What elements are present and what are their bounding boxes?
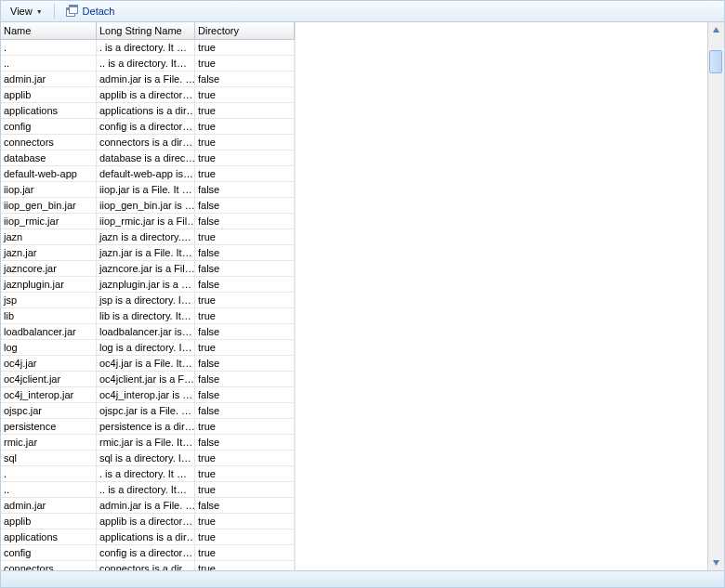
table-row[interactable]: liblib is a directory. It…true: [1, 308, 295, 324]
cell-directory: false: [195, 245, 295, 261]
scroll-track[interactable]: [709, 38, 723, 555]
cell-long: jazn.jar is a File. It…: [97, 245, 195, 261]
column-header-directory[interactable]: Directory: [195, 22, 295, 40]
cell-name: config: [1, 545, 97, 561]
table-row[interactable]: applibapplib is a director…true: [1, 87, 295, 103]
cell-directory: true: [195, 545, 295, 561]
table-row[interactable]: loadbalancer.jarloadbalancer.jar is…fals…: [1, 324, 295, 340]
cell-directory: true: [195, 482, 295, 498]
cell-name: config: [1, 119, 97, 135]
scroll-thumb[interactable]: [709, 50, 722, 73]
cell-name: log: [1, 340, 97, 356]
table-row[interactable]: default-web-appdefault-web-app is…true: [1, 166, 295, 182]
cell-name: iiop.jar: [1, 182, 97, 198]
cell-directory: true: [195, 308, 295, 324]
cell-long: jazncore.jar is a Fil…: [97, 261, 195, 277]
cell-name: applib: [1, 514, 97, 529]
cell-long: connectors is a dir…: [97, 561, 195, 570]
cell-directory: true: [195, 561, 295, 570]
table-row[interactable]: applibapplib is a director…true: [1, 514, 295, 529]
right-pane: [296, 22, 724, 570]
cell-directory: false: [195, 182, 295, 198]
cell-long: iiop_rmic.jar is a Fil…: [97, 214, 195, 229]
table-row[interactable]: oc4jclient.jaroc4jclient.jar is a F…fals…: [1, 372, 295, 387]
table-row[interactable]: .. is a directory. It …true: [1, 40, 295, 56]
cell-long: sql is a directory. I…: [97, 451, 195, 466]
detach-icon: [66, 5, 79, 18]
cell-name: .: [1, 466, 97, 482]
table-row[interactable]: applicationsapplications is a dir…true: [1, 529, 295, 545]
cell-name: connectors: [1, 561, 97, 570]
table-row[interactable]: connectorsconnectors is a dir…true: [1, 135, 295, 150]
table-row[interactable]: iiop_gen_bin.jariiop_gen_bin.jar is …fal…: [1, 198, 295, 214]
column-header-name[interactable]: Name: [1, 22, 97, 40]
table-row[interactable]: admin.jaradmin.jar is a File. …false: [1, 72, 295, 87]
table-row[interactable]: iiop_rmic.jariiop_rmic.jar is a Fil…fals…: [1, 214, 295, 229]
table-row[interactable]: configconfig is a director…true: [1, 545, 295, 561]
cell-directory: true: [195, 340, 295, 356]
dropdown-arrow-icon: ▼: [36, 8, 43, 15]
window: View ▼ Detach Name Long String Name Dire…: [0, 0, 725, 588]
table-row[interactable]: oc4j.jaroc4j.jar is a File. It…false: [1, 356, 295, 372]
cell-directory: true: [195, 135, 295, 150]
cell-name: lib: [1, 308, 97, 324]
cell-name: ojspc.jar: [1, 403, 97, 419]
cell-name: applications: [1, 529, 97, 545]
table-body: .. is a directory. It …true.... is a dir…: [1, 40, 295, 570]
cell-directory: true: [195, 119, 295, 135]
cell-long: . is a directory. It …: [97, 40, 195, 56]
cell-long: applications is a dir…: [97, 103, 195, 119]
cell-long: jaznplugin.jar is a …: [97, 277, 195, 293]
table-row[interactable]: sqlsql is a directory. I…true: [1, 451, 295, 466]
cell-long: loadbalancer.jar is…: [97, 324, 195, 340]
table-row[interactable]: configconfig is a director…true: [1, 119, 295, 135]
table-row[interactable]: jazncore.jarjazncore.jar is a Fil…false: [1, 261, 295, 277]
cell-directory: false: [195, 198, 295, 214]
table-row[interactable]: connectorsconnectors is a dir…true: [1, 561, 295, 570]
table-header-row: Name Long String Name Directory: [1, 22, 295, 40]
view-label: View: [10, 6, 33, 17]
cell-name: jazncore.jar: [1, 261, 97, 277]
cell-directory: true: [195, 529, 295, 545]
table-row[interactable]: oc4j_interop.jaroc4j_interop.jar is …fal…: [1, 387, 295, 403]
cell-directory: true: [195, 150, 295, 166]
table-row[interactable]: persistencepersistence is a dir…true: [1, 419, 295, 435]
scroll-down-button[interactable]: [709, 555, 723, 570]
cell-directory: false: [195, 372, 295, 387]
cell-long: . is a directory. It …: [97, 466, 195, 482]
cell-long: connectors is a dir…: [97, 135, 195, 150]
table-row[interactable]: applicationsapplications is a dir…true: [1, 103, 295, 119]
toolbar-separator: [54, 4, 55, 19]
table-row[interactable]: jaznjazn is a directory.…true: [1, 229, 295, 245]
cell-long: config is a director…: [97, 545, 195, 561]
table-row[interactable]: loglog is a directory. I…true: [1, 340, 295, 356]
table-row[interactable]: .... is a directory. It…true: [1, 482, 295, 498]
table-row[interactable]: rmic.jarrmic.jar is a File. It…false: [1, 435, 295, 451]
table-row[interactable]: .... is a directory. It…true: [1, 56, 295, 72]
cell-name: oc4j_interop.jar: [1, 387, 97, 403]
cell-directory: true: [195, 419, 295, 435]
cell-long: applib is a director…: [97, 87, 195, 103]
cell-name: admin.jar: [1, 498, 97, 514]
cell-long: .. is a directory. It…: [97, 56, 195, 72]
table-row[interactable]: admin.jaradmin.jar is a File. …false: [1, 498, 295, 514]
table-row[interactable]: jaznplugin.jarjaznplugin.jar is a …false: [1, 277, 295, 293]
table-row[interactable]: .. is a directory. It …true: [1, 466, 295, 482]
table-row[interactable]: jazn.jarjazn.jar is a File. It…false: [1, 245, 295, 261]
detach-button[interactable]: Detach: [60, 2, 121, 20]
cell-long: oc4j.jar is a File. It…: [97, 356, 195, 372]
status-bar: [1, 570, 724, 587]
table-row[interactable]: ojspc.jarojspc.jar is a File. …false: [1, 403, 295, 419]
cell-long: jazn is a directory.…: [97, 229, 195, 245]
cell-directory: false: [195, 277, 295, 293]
table-row[interactable]: databasedatabase is a direc…true: [1, 150, 295, 166]
body-area: Name Long String Name Directory .. is a …: [1, 22, 724, 570]
scroll-up-button[interactable]: [709, 22, 723, 38]
cell-long: log is a directory. I…: [97, 340, 195, 356]
table-row[interactable]: iiop.jariiop.jar is a File. It …false: [1, 182, 295, 198]
toolbar: View ▼ Detach: [1, 1, 724, 22]
vertical-scrollbar[interactable]: [707, 22, 724, 570]
column-header-long[interactable]: Long String Name: [97, 22, 195, 40]
table-row[interactable]: jspjsp is a directory. I…true: [1, 293, 295, 308]
view-menu-button[interactable]: View ▼: [5, 2, 48, 20]
